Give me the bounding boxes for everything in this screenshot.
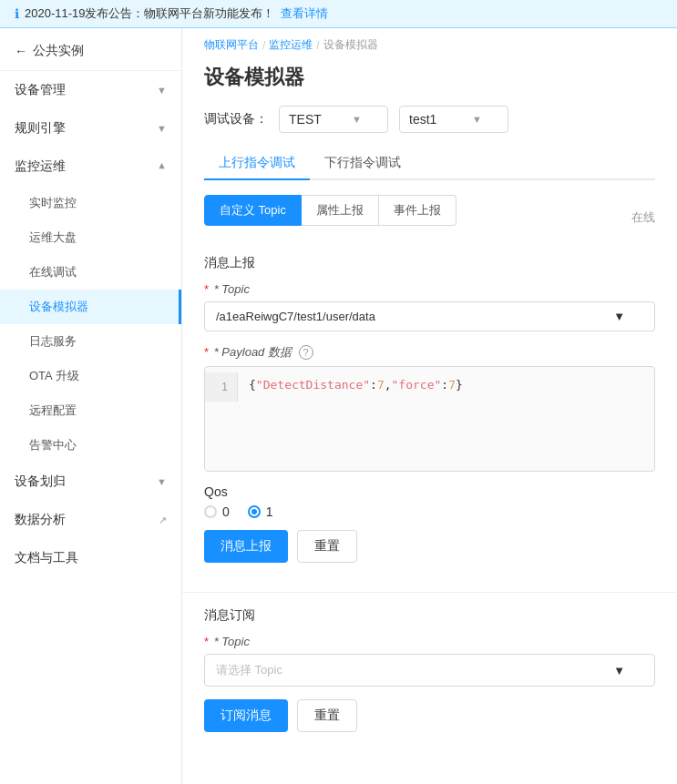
instance-select-dropdown[interactable]: test1 ▼ xyxy=(399,106,508,133)
device-select-value: TEST xyxy=(289,112,322,127)
main-tabs: 上行指令调试 下行指令调试 xyxy=(204,148,655,180)
required-star: * xyxy=(204,282,209,296)
tab-property-report-label: 属性上报 xyxy=(316,203,364,217)
sidebar-subitem-online-debug[interactable]: 在线调试 xyxy=(0,255,181,290)
qos-option-0[interactable]: 0 xyxy=(204,504,230,519)
sidebar-subitem-device-simulator[interactable]: 设备模拟器 xyxy=(0,290,181,324)
tab-event-report-label: 事件上报 xyxy=(394,203,441,217)
chevron-down-icon: ▼ xyxy=(157,476,167,487)
sidebar-subitem-label: 在线调试 xyxy=(29,265,77,279)
divider xyxy=(182,592,677,593)
sidebar-item-data-analysis[interactable]: 数据分析 ↗ xyxy=(0,501,181,539)
payload-field-label: * * Payload 数据 ? xyxy=(204,344,655,361)
sidebar-item-docs-tools[interactable]: 文档与工具 xyxy=(0,539,181,577)
message-report-submit-button[interactable]: 消息上报 xyxy=(204,530,288,563)
breadcrumb-iot-platform[interactable]: 物联网平台 xyxy=(204,37,259,53)
sidebar-item-label: 规则引擎 xyxy=(15,120,66,137)
sidebar-subitem-ota-upgrade[interactable]: OTA 升级 xyxy=(0,359,181,393)
subscribe-topic-field-label: * * Topic xyxy=(204,635,655,648)
qos-option-1-label: 1 xyxy=(266,504,273,519)
breadcrumb-monitor-ops[interactable]: 监控运维 xyxy=(269,37,313,53)
topic-label-text: * Topic xyxy=(214,282,250,296)
subscribe-reset-button[interactable]: 重置 xyxy=(297,699,357,732)
back-arrow-icon: ← xyxy=(15,44,27,58)
subscribe-topic-placeholder: 请选择 Topic xyxy=(216,662,282,678)
breadcrumb-current: 设备模拟器 xyxy=(323,37,378,53)
chevron-down-icon: ▼ xyxy=(352,114,362,125)
sidebar-item-device-mgmt[interactable]: 设备管理 ▼ xyxy=(0,71,181,109)
instance-select-value: test1 xyxy=(409,112,436,127)
subscribe-topic-dropdown[interactable]: 请选择 Topic ▼ xyxy=(204,654,655,687)
sidebar-subitem-label: 实时监控 xyxy=(29,196,77,209)
qos-option-0-label: 0 xyxy=(222,504,230,519)
subscribe-section-title: 消息订阅 xyxy=(204,607,655,624)
sidebar-item-rule-engine[interactable]: 规则引擎 ▼ xyxy=(0,109,181,148)
tab-custom-topic[interactable]: 自定义 Topic xyxy=(204,195,302,226)
device-select-dropdown[interactable]: TEST ▼ xyxy=(279,106,388,133)
sidebar-item-monitor-ops[interactable]: 监控运维 ▼ xyxy=(0,148,181,186)
payload-editor[interactable]: 1 {"DetectDistance":7,"force":7} xyxy=(204,366,655,472)
sidebar-item-label: 文档与工具 xyxy=(15,550,78,566)
qos-section: Qos 0 1 xyxy=(204,484,655,519)
chevron-down-icon: ▼ xyxy=(157,123,167,134)
sidebar-subitem-realtime-monitor[interactable]: 实时监控 xyxy=(0,186,181,220)
content-area: 物联网平台 / 监控运维 / 设备模拟器 设备模拟器 调试设备： TEST ▼ … xyxy=(182,28,677,784)
payload-line-1: 1 {"DetectDistance":7,"force":7} xyxy=(205,367,654,407)
line-content-1: {"DetectDistance":7,"force":7} xyxy=(238,372,654,397)
tab-uplink[interactable]: 上行指令调试 xyxy=(204,148,310,180)
sidebar-item-label: 监控运维 xyxy=(15,158,66,175)
sidebar-item-label: 设备划归 xyxy=(15,473,66,490)
tab-custom-topic-label: 自定义 Topic xyxy=(220,203,286,217)
sidebar-subitem-label: 远程配置 xyxy=(29,403,77,417)
topic-dropdown[interactable]: /a1eaReiwgC7/test1/user/data ▼ xyxy=(204,301,655,331)
sidebar: ← 公共实例 设备管理 ▼ 规则引擎 ▼ 监控运维 ▼ 实时监控 运维大盘 在线… xyxy=(0,28,182,784)
sidebar-subitem-label: 日志服务 xyxy=(29,334,77,348)
topic-value: /a1eaReiwgC7/test1/user/data xyxy=(216,310,375,323)
sidebar-subitem-log-service[interactable]: 日志服务 xyxy=(0,324,181,359)
subscribe-button[interactable]: 订阅消息 xyxy=(204,699,288,732)
message-report-btn-row: 消息上报 重置 xyxy=(204,530,655,563)
breadcrumb: 物联网平台 / 监控运维 / 设备模拟器 xyxy=(182,28,677,58)
tab-downlink[interactable]: 下行指令调试 xyxy=(310,148,415,180)
back-to-public-instance[interactable]: ← 公共实例 xyxy=(0,28,181,71)
page-title: 设备模拟器 xyxy=(182,58,677,106)
subscribe-topic-label-text: * Topic xyxy=(214,635,250,648)
sidebar-subitem-label: OTA 升级 xyxy=(29,369,79,382)
required-star: * xyxy=(204,635,209,648)
tab-downlink-label: 下行指令调试 xyxy=(324,155,401,169)
banner-link[interactable]: 查看详情 xyxy=(281,5,328,22)
message-report-reset-button[interactable]: 重置 xyxy=(297,530,357,563)
tab-event-report[interactable]: 事件上报 xyxy=(379,195,456,226)
message-report-section-title: 消息上报 xyxy=(204,255,655,271)
line-number-1: 1 xyxy=(205,372,238,402)
sub-tabs-row: 自定义 Topic 属性上报 事件上报 在线 xyxy=(204,195,655,240)
payload-help-icon[interactable]: ? xyxy=(299,345,313,360)
device-select-row: 调试设备： TEST ▼ test1 ▼ xyxy=(204,106,655,133)
qos-label: Qos xyxy=(204,484,655,499)
sidebar-subitem-label: 告警中心 xyxy=(29,438,77,452)
chevron-down-icon: ▼ xyxy=(613,310,625,323)
banner-text: 2020-11-19发布公告：物联网平台新功能发布！ xyxy=(25,5,275,22)
sidebar-subitem-ops-dashboard[interactable]: 运维大盘 xyxy=(0,220,181,255)
sidebar-subitem-label: 运维大盘 xyxy=(29,230,77,244)
sidebar-item-device-classify[interactable]: 设备划归 ▼ xyxy=(0,463,181,501)
qos-radio-group: 0 1 xyxy=(204,504,655,519)
sidebar-item-label: 设备管理 xyxy=(15,82,66,98)
qos-option-1[interactable]: 1 xyxy=(248,504,273,519)
device-select-label: 调试设备： xyxy=(204,111,268,127)
tab-uplink-label: 上行指令调试 xyxy=(219,155,295,169)
tab-property-report[interactable]: 属性上报 xyxy=(302,195,379,226)
chevron-down-icon: ▼ xyxy=(157,85,167,96)
radio-circle-0 xyxy=(204,505,217,518)
breadcrumb-separator: / xyxy=(316,39,319,52)
sidebar-subitem-remote-config[interactable]: 远程配置 xyxy=(0,393,181,428)
chevron-up-icon: ▼ xyxy=(157,161,167,172)
topic-field-label: * * Topic xyxy=(204,282,655,296)
chevron-down-icon: ▼ xyxy=(613,664,625,677)
breadcrumb-separator: / xyxy=(262,39,265,52)
sidebar-item-label: 数据分析 xyxy=(15,512,66,528)
sidebar-subitem-label: 设备模拟器 xyxy=(29,300,88,313)
announcement-banner: ℹ 2020-11-19发布公告：物联网平台新功能发布！ 查看详情 xyxy=(0,0,677,28)
online-status: 在线 xyxy=(631,209,655,226)
sidebar-subitem-alert-center[interactable]: 告警中心 xyxy=(0,428,181,463)
